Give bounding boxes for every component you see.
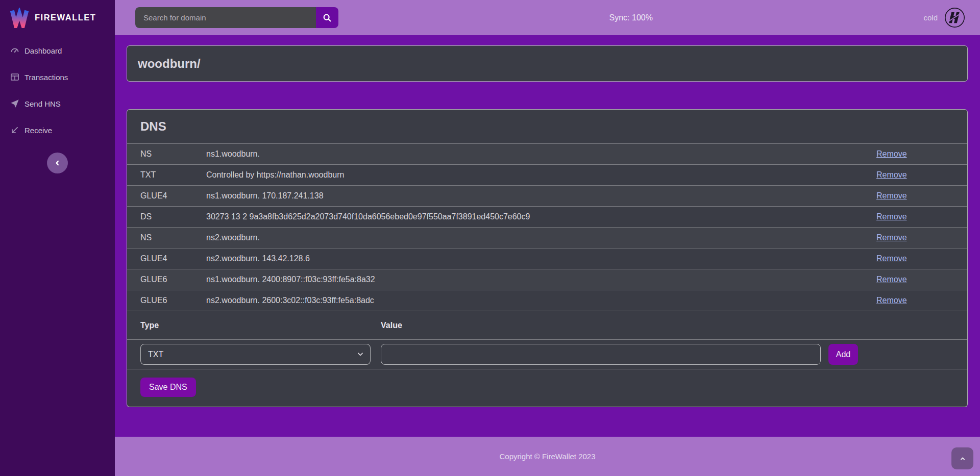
sidebar-collapse-button[interactable] (47, 153, 68, 173)
search-input[interactable] (135, 7, 316, 28)
record-type: DS (140, 212, 206, 221)
wallet-mode-label: cold (923, 13, 938, 22)
sidebar-item-send-hns[interactable]: Send HNS (0, 90, 115, 117)
dns-record-row: GLUE4 ns1.woodburn. 170.187.241.138 Remo… (127, 186, 967, 207)
record-value: ns2.woodburn. 143.42.128.6 (206, 254, 876, 263)
value-column-header: Value (381, 321, 918, 330)
record-type: GLUE6 (140, 296, 206, 305)
domain-search (135, 7, 338, 28)
sidebar-nav: Dashboard Transactions S (0, 35, 115, 143)
add-record-button[interactable]: Add (828, 344, 858, 365)
record-type: GLUE6 (140, 275, 206, 284)
type-column-header: Type (140, 321, 381, 330)
dns-record-row: DS 30273 13 2 9a3a8fb3d625d2a2073d740f10… (127, 207, 967, 228)
sidebar-item-label: Receive (24, 126, 52, 135)
dns-add-record-form: TXT Add (127, 340, 967, 369)
dns-record-row: GLUE6 ns1.woodburn. 2400:8907::f03c:93ff… (127, 269, 967, 290)
sidebar-item-label: Dashboard (24, 46, 62, 55)
search-button[interactable] (316, 7, 338, 28)
record-value: ns2.woodburn. 2600:3c02::f03c:93ff:fe5a:… (206, 296, 876, 305)
sync-status: Sync: 100% (609, 13, 653, 22)
topbar: Sync: 100% cold (115, 0, 980, 35)
record-value: ns1.woodburn. (206, 149, 876, 159)
dns-form-header: Type Value (127, 311, 967, 340)
dns-record-row: TXT Controlled by https://nathan.woodbur… (127, 165, 967, 186)
firewallet-logo-icon (9, 8, 30, 28)
dns-record-row: GLUE4 ns2.woodburn. 143.42.128.6 Remove (127, 248, 967, 269)
sidebar-item-transactions[interactable]: Transactions (0, 64, 115, 90)
remove-record-link[interactable]: Remove (876, 170, 918, 180)
domain-card: woodburn/ (127, 45, 968, 82)
brand[interactable]: FIREWALLET (0, 0, 115, 35)
remove-record-link[interactable]: Remove (876, 254, 918, 263)
record-type-select[interactable]: TXT (140, 344, 371, 365)
record-type: GLUE4 (140, 254, 206, 263)
record-type-select-wrap: TXT (140, 344, 371, 365)
dns-record-row: GLUE6 ns2.woodburn. 2600:3c02::f03c:93ff… (127, 290, 967, 311)
dns-card-title: DNS (127, 110, 967, 143)
wallet-status-group: cold (923, 7, 965, 28)
chevron-left-icon (54, 159, 61, 167)
remove-record-link[interactable]: Remove (876, 275, 918, 284)
receive-arrow-icon (10, 126, 19, 135)
search-icon (323, 13, 332, 22)
content-column: Sync: 100% cold woodburn/ (115, 0, 980, 476)
page-title: woodburn/ (138, 57, 201, 71)
remove-record-link[interactable]: Remove (876, 296, 918, 305)
sidebar-item-label: Send HNS (24, 99, 61, 108)
scroll-to-top-button[interactable] (951, 447, 973, 469)
footer: Copyright © FireWallet 2023 (115, 437, 980, 476)
sidebar-item-receive[interactable]: Receive (0, 117, 115, 143)
remove-record-link[interactable]: Remove (876, 212, 918, 221)
sidebar-item-label: Transactions (24, 73, 68, 82)
record-type: GLUE4 (140, 191, 206, 201)
record-value: Controlled by https://nathan.woodburn (206, 170, 876, 180)
record-value: ns1.woodburn. 2400:8907::f03c:93ff:fe5a:… (206, 275, 876, 284)
sidebar: FIREWALLET Dashboard (0, 0, 115, 476)
handshake-logo-icon[interactable] (944, 7, 965, 28)
remove-record-link[interactable]: Remove (876, 191, 918, 201)
record-type: NS (140, 233, 206, 242)
copyright-text: Copyright © FireWallet 2023 (499, 452, 595, 461)
gauge-icon (10, 46, 19, 55)
remove-record-link[interactable]: Remove (876, 233, 918, 242)
dns-records-table: NS ns1.woodburn. Remove TXT Controlled b… (127, 143, 967, 369)
dns-record-row: NS ns1.woodburn. Remove (127, 144, 967, 165)
main-content: woodburn/ DNS NS ns1.woodburn. Remove TX… (115, 35, 980, 437)
record-value: ns2.woodburn. (206, 233, 876, 242)
dns-record-row: NS ns2.woodburn. Remove (127, 228, 967, 248)
table-icon (10, 72, 19, 82)
remove-record-link[interactable]: Remove (876, 149, 918, 159)
record-type: TXT (140, 170, 206, 180)
record-type: NS (140, 149, 206, 159)
brand-name: FIREWALLET (35, 13, 96, 22)
send-icon (10, 99, 19, 108)
record-value: ns1.woodburn. 170.187.241.138 (206, 191, 876, 201)
sidebar-item-dashboard[interactable]: Dashboard (0, 37, 115, 64)
save-dns-button[interactable]: Save DNS (140, 378, 196, 397)
dns-card: DNS NS ns1.woodburn. Remove TXT Controll… (127, 109, 968, 407)
record-value-input[interactable] (381, 344, 821, 365)
app-root: FIREWALLET Dashboard (0, 0, 980, 476)
chevron-up-icon (959, 455, 966, 462)
record-value: 30273 13 2 9a3a8fb3d625d2a2073d740f10da6… (206, 212, 876, 221)
